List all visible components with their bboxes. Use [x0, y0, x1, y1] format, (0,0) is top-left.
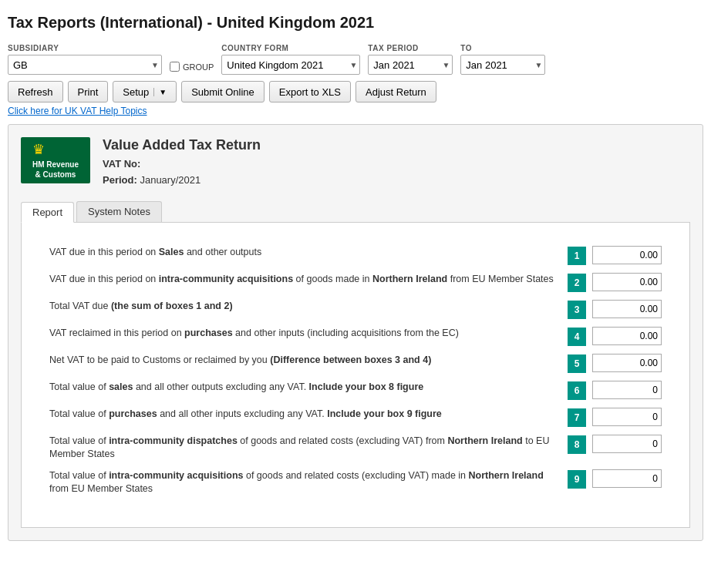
to-select[interactable]: Jan 2021 — [460, 55, 545, 75]
vat-row: VAT due in this period on Sales and othe… — [49, 246, 662, 265]
vat-form-container: ♛ HM Revenue& Customs Value Added Tax Re… — [8, 124, 703, 541]
tax-period-group: TAX PERIOD Jan 2021 ▼ — [368, 44, 453, 75]
vat-row: VAT due in this period on intra-communit… — [49, 273, 662, 292]
vat-row-desc-2: VAT due in this period on intra-communit… — [49, 273, 561, 287]
print-button[interactable]: Print — [68, 81, 109, 102]
hmrc-crown-icon: ♛ — [32, 141, 79, 158]
country-form-select-wrapper: United Kingdom 2021 ▼ — [221, 55, 360, 75]
subsidiary-group: SUBSIDIARY GB ▼ — [8, 44, 162, 75]
tab-system-notes[interactable]: System Notes — [76, 201, 162, 222]
vat-row: Total value of sales and all other outpu… — [49, 381, 662, 400]
vat-input-box-5[interactable] — [592, 354, 662, 372]
subsidiary-select-wrapper: GB ▼ — [8, 55, 162, 75]
vat-box-num-4: 4 — [568, 328, 586, 346]
to-group: TO Jan 2021 ▼ — [460, 44, 545, 75]
buttons-row: Refresh Print Setup ▼ Submit Online Expo… — [8, 81, 703, 102]
tax-period-label: TAX PERIOD — [368, 44, 453, 52]
vat-row: Total VAT due (the sum of boxes 1 and 2)… — [49, 300, 662, 319]
subsidiary-label: SUBSIDIARY — [8, 44, 162, 52]
vat-row-desc-7: Total value of purchases and all other i… — [49, 408, 561, 422]
refresh-button[interactable]: Refresh — [8, 81, 63, 102]
vat-row-desc-5: Net VAT to be paid to Customs or reclaim… — [49, 354, 561, 368]
to-select-wrapper: Jan 2021 ▼ — [460, 55, 545, 75]
period-label: Period: — [103, 174, 137, 186]
help-link[interactable]: Click here for UK VAT Help Topics — [8, 106, 703, 116]
vat-box-num-6: 6 — [568, 381, 586, 400]
vat-row: Total value of intra-community dispatche… — [49, 435, 662, 462]
vat-no-label: VAT No: — [103, 158, 140, 170]
vat-row: Total value of purchases and all other i… — [49, 408, 662, 427]
vat-row: Net VAT to be paid to Customs or reclaim… — [49, 354, 662, 373]
period-value: January/2021 — [140, 174, 200, 186]
vat-row: VAT reclaimed in this period on purchase… — [49, 327, 662, 346]
vat-row-desc-4: VAT reclaimed in this period on purchase… — [49, 327, 561, 341]
vat-input-box-3[interactable] — [592, 300, 662, 318]
vat-box-num-9: 9 — [568, 470, 586, 489]
vat-box-num-2: 2 — [568, 274, 586, 292]
tab-report-content: VAT due in this period on Sales and othe… — [21, 223, 690, 528]
vat-row-desc-6: Total value of sales and all other outpu… — [49, 381, 561, 395]
vat-input-box-8[interactable] — [592, 435, 662, 453]
vat-row-desc-3: Total VAT due (the sum of boxes 1 and 2) — [49, 300, 561, 314]
vat-input-box-2[interactable] — [592, 273, 662, 291]
vat-input-box-1[interactable] — [592, 246, 662, 264]
vat-box-num-3: 3 — [568, 301, 586, 319]
tabs-row: Report System Notes — [21, 201, 690, 223]
setup-label: Setup — [123, 86, 149, 98]
vat-box-num-7: 7 — [568, 408, 586, 427]
tax-period-select[interactable]: Jan 2021 — [368, 55, 453, 75]
vat-return-info: Value Added Tax Return VAT No: Period: J… — [103, 137, 261, 189]
group-label: GROUP — [183, 62, 214, 72]
subsidiary-select[interactable]: GB — [8, 55, 162, 75]
export-to-xls-button[interactable]: Export to XLS — [269, 81, 351, 102]
country-form-label: COUNTRY FORM — [221, 44, 360, 52]
vat-no-row: VAT No: — [103, 156, 261, 173]
vat-box-num-1: 1 — [568, 247, 586, 265]
vat-row-desc-1: VAT due in this period on Sales and othe… — [49, 246, 561, 260]
vat-rows-container: VAT due in this period on Sales and othe… — [34, 238, 677, 512]
vat-row: Total value of intra-community acquisiti… — [49, 469, 662, 496]
vat-row-desc-9: Total value of intra-community acquisiti… — [49, 469, 561, 496]
country-form-group: COUNTRY FORM United Kingdom 2021 ▼ — [221, 44, 360, 75]
vat-box-num-8: 8 — [568, 435, 586, 454]
setup-button[interactable]: Setup ▼ — [113, 81, 177, 102]
vat-input-box-7[interactable] — [592, 408, 662, 426]
submit-online-button[interactable]: Submit Online — [181, 81, 265, 102]
group-checkbox[interactable] — [170, 62, 180, 72]
period-row: Period: January/2021 — [103, 173, 261, 189]
hmrc-header: ♛ HM Revenue& Customs Value Added Tax Re… — [21, 137, 690, 189]
hmrc-logo: ♛ HM Revenue& Customs — [21, 137, 90, 183]
vat-input-box-6[interactable] — [592, 381, 662, 399]
to-label: TO — [460, 44, 545, 52]
tab-report[interactable]: Report — [21, 202, 74, 223]
vat-input-box-9[interactable] — [592, 469, 662, 488]
vat-input-box-4[interactable] — [592, 327, 662, 345]
vat-row-desc-8: Total value of intra-community dispatche… — [49, 435, 561, 462]
country-form-select[interactable]: United Kingdom 2021 — [221, 55, 360, 75]
vat-return-title: Value Added Tax Return — [103, 137, 261, 153]
hmrc-logo-text: HM Revenue& Customs — [32, 160, 79, 180]
setup-dropdown-icon: ▼ — [153, 88, 167, 96]
tax-period-select-wrapper: Jan 2021 ▼ — [368, 55, 453, 75]
page-title: Tax Reports (International) - United Kin… — [8, 8, 703, 35]
group-checkbox-row: GROUP — [170, 62, 214, 73]
vat-box-num-5: 5 — [568, 354, 586, 373]
adjust-return-button[interactable]: Adjust Return — [356, 81, 436, 102]
